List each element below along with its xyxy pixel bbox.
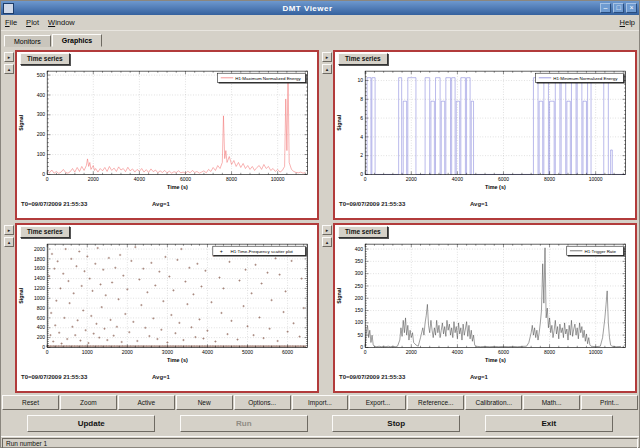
chart-time-frequency-scatter[interactable]: 0100020003000400050006000020040060080010… xyxy=(17,238,317,373)
pane-collapse-icon[interactable]: ▴ xyxy=(4,237,14,247)
export-button[interactable]: Export... xyxy=(349,395,406,410)
svg-text:4000: 4000 xyxy=(452,177,463,182)
svg-text:0: 0 xyxy=(42,345,45,350)
pane-controls: ▸ ▴ xyxy=(3,50,15,220)
menu-plot[interactable]: Plot xyxy=(26,18,39,27)
svg-text:0: 0 xyxy=(46,350,49,355)
pane-expand-icon[interactable]: ▸ xyxy=(322,52,332,62)
menu-window[interactable]: Window xyxy=(48,18,75,27)
close-icon[interactable]: × xyxy=(626,3,637,13)
svg-text:0: 0 xyxy=(360,345,363,350)
reset-button[interactable]: Reset xyxy=(2,395,59,410)
avg-label: Avg=1 xyxy=(152,200,170,209)
svg-text:10000: 10000 xyxy=(589,350,603,355)
svg-text:+: + xyxy=(220,248,223,254)
chart-trigger-rate[interactable]: 0200040006000800010000050100150200250300… xyxy=(335,238,635,373)
svg-text:Signal: Signal xyxy=(336,287,342,303)
svg-text:500: 500 xyxy=(37,73,46,78)
svg-text:10000: 10000 xyxy=(589,177,603,182)
status-text: Run number 1 xyxy=(2,438,638,448)
pane-controls: ▸ ▴ xyxy=(321,50,333,220)
svg-text:H1:Time-Frequency scatter plot: H1:Time-Frequency scatter plot xyxy=(231,249,294,254)
options-button[interactable]: Options... xyxy=(234,395,291,410)
svg-text:400: 400 xyxy=(37,325,46,330)
svg-text:Time (s): Time (s) xyxy=(485,184,506,190)
chart-footer: T0=09/07/2009 21:55:33 Avg=1 xyxy=(17,373,317,384)
pane-collapse-icon[interactable]: ▴ xyxy=(4,64,14,74)
svg-text:1000: 1000 xyxy=(82,350,93,355)
chart-min-normalized-energy[interactable]: 02000400060008000100000246810Time (s)Sig… xyxy=(335,65,635,200)
tab-graphics[interactable]: Graphics xyxy=(52,34,102,47)
menu-file[interactable]: File xyxy=(5,18,17,27)
svg-text:100: 100 xyxy=(355,321,364,326)
pane-expand-icon[interactable]: ▸ xyxy=(4,52,14,62)
svg-text:8000: 8000 xyxy=(544,350,555,355)
svg-text:5000: 5000 xyxy=(242,350,253,355)
pane-collapse-icon[interactable]: ▴ xyxy=(322,64,332,74)
svg-text:0: 0 xyxy=(364,177,367,182)
calibration-button[interactable]: Calibration... xyxy=(465,395,522,410)
plot-cell-bottom-left: ▸ ▴ Time series 010002000300040005000600… xyxy=(2,221,320,394)
chart-footer: T0=09/07/2009 21:55:33 Avg=1 xyxy=(335,200,635,211)
svg-text:0: 0 xyxy=(360,172,363,177)
pane-collapse-icon[interactable]: ▴ xyxy=(322,237,332,247)
zoom-button[interactable]: Zoom xyxy=(60,395,117,410)
update-button[interactable]: Update xyxy=(27,415,155,432)
svg-text:2000: 2000 xyxy=(406,350,417,355)
titlebar: DMT Viewer – □ × xyxy=(1,1,639,15)
svg-text:Time (s): Time (s) xyxy=(167,357,188,363)
svg-text:0: 0 xyxy=(364,350,367,355)
reference-button[interactable]: Reference... xyxy=(407,395,464,410)
panel-tab-time-series[interactable]: Time series xyxy=(20,226,70,238)
exit-button[interactable]: Exit xyxy=(485,415,613,432)
svg-text:8000: 8000 xyxy=(544,177,555,182)
svg-text:10: 10 xyxy=(358,78,364,83)
svg-text:2000: 2000 xyxy=(34,247,45,252)
panel-tab-time-series[interactable]: Time series xyxy=(338,226,388,238)
svg-text:200: 200 xyxy=(37,132,46,137)
run-controls: Update Run Stop Exit xyxy=(1,411,639,436)
panel-tab-time-series[interactable]: Time series xyxy=(20,53,70,65)
avg-label: Avg=1 xyxy=(470,200,488,209)
svg-text:350: 350 xyxy=(355,259,364,264)
stop-button[interactable]: Stop xyxy=(332,415,460,432)
avg-label: Avg=1 xyxy=(152,373,170,382)
menu-help[interactable]: Help xyxy=(620,18,635,27)
panel-tab-time-series[interactable]: Time series xyxy=(338,53,388,65)
t0-label: T0=09/07/2009 21:55:33 xyxy=(21,201,87,207)
svg-text:Signal: Signal xyxy=(18,114,24,130)
svg-text:200: 200 xyxy=(37,335,46,340)
t0-label: T0=09/07/2009 21:55:33 xyxy=(21,374,87,380)
svg-text:8: 8 xyxy=(360,97,363,102)
svg-text:4000: 4000 xyxy=(134,177,145,182)
tabbar: Monitors Graphics xyxy=(1,31,639,47)
pane-expand-icon[interactable]: ▸ xyxy=(322,225,332,235)
run-button: Run xyxy=(180,415,308,432)
print-button[interactable]: Print... xyxy=(581,395,638,410)
import-button[interactable]: Import... xyxy=(292,395,349,410)
chart-footer: T0=09/07/2009 21:55:33 Avg=1 xyxy=(335,373,635,384)
svg-text:0: 0 xyxy=(42,172,45,177)
minimize-icon[interactable]: – xyxy=(600,3,611,13)
svg-text:2000: 2000 xyxy=(88,177,99,182)
svg-text:1600: 1600 xyxy=(34,266,45,271)
menubar: File Plot Window Help xyxy=(1,15,639,31)
svg-text:1400: 1400 xyxy=(34,276,45,281)
new-button[interactable]: New xyxy=(176,395,233,410)
plot-cell-top-left: ▸ ▴ Time series 020004000600080001000001… xyxy=(2,48,320,221)
app-icon[interactable] xyxy=(3,3,14,14)
svg-text:6000: 6000 xyxy=(498,350,509,355)
math-button[interactable]: Math... xyxy=(523,395,580,410)
maximize-icon[interactable]: □ xyxy=(613,3,624,13)
pane-expand-icon[interactable]: ▸ xyxy=(4,225,14,235)
chart-max-normalized-energy[interactable]: 02000400060008000100000100200300400500Ti… xyxy=(17,65,317,200)
chart-footer: T0=09/07/2009 21:55:33 Avg=1 xyxy=(17,200,317,211)
svg-text:100: 100 xyxy=(37,152,46,157)
plot-panel-max-energy: Time series 0200040006000800010000010020… xyxy=(15,50,319,220)
svg-text:300: 300 xyxy=(355,271,364,276)
plot-panel-min-energy: Time series 0200040006000800010000024681… xyxy=(333,50,637,220)
svg-text:Signal: Signal xyxy=(336,114,342,130)
tab-monitors[interactable]: Monitors xyxy=(4,35,51,47)
active-button[interactable]: Active xyxy=(118,395,175,410)
plot-toolbar: Reset Zoom Active New Options... Import.… xyxy=(1,394,639,411)
